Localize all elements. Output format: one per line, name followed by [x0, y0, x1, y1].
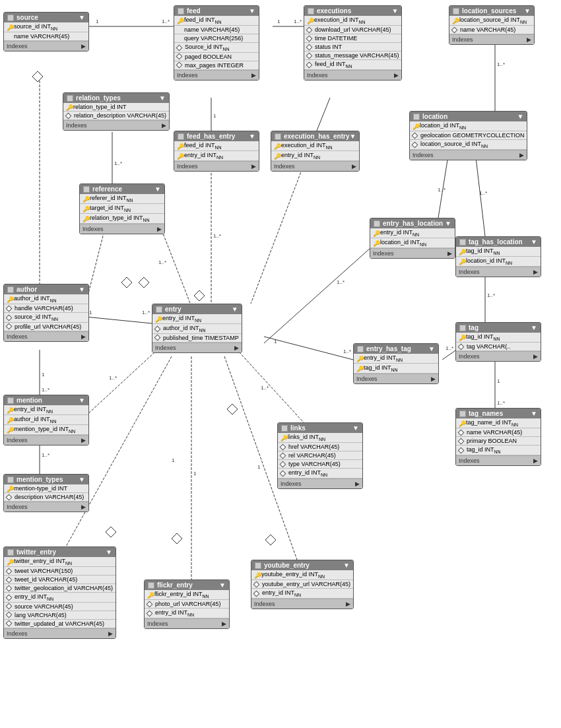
field-text: relation_description VARCHAR(45): [74, 112, 166, 119]
indexes-label: Indexes: [7, 333, 28, 340]
svg-text:1..*: 1..*: [42, 387, 50, 393]
table-row-youtube_entry-0: 🔑youtube_entry_id INTNN: [251, 570, 353, 580]
table-name-feed_has_entry: feed_has_entry: [187, 133, 235, 140]
table-row-location-2: location_source_id INTNN: [410, 140, 527, 150]
table-header-mention: mention▼: [4, 395, 88, 405]
field-text: execution_id INTNN: [281, 142, 333, 150]
svg-marker-58: [106, 527, 116, 537]
svg-text:1..*: 1..*: [337, 279, 345, 285]
key-icon: 🔑: [177, 153, 182, 158]
svg-line-46: [66, 356, 172, 546]
arrow-icon: ▶: [352, 163, 356, 170]
indexes-label: Indexes: [274, 163, 295, 170]
svg-text:1: 1: [172, 457, 175, 463]
table-row-execution_has_entry-1: 🔑entry_id INTNN: [271, 151, 359, 161]
field-text: source_id INTNN: [14, 23, 57, 31]
field-text: author_id INTNN: [14, 416, 57, 424]
diamond-icon: [6, 314, 13, 321]
svg-line-13: [251, 165, 304, 304]
indexes-label: Indexes: [459, 353, 480, 360]
table-header-execution_has_entry: execution_has_entry▼: [271, 131, 359, 141]
table-row-twitter_entry-4: entry_id INTNN: [4, 593, 116, 603]
table-row-author-0: 🔑author_id INTNN: [4, 294, 88, 304]
table-row-tag_names-3: tag_id INTNN: [456, 446, 541, 455]
table-name-entry_has_tag: entry_has_tag: [366, 345, 411, 352]
key-icon: 🔑: [82, 206, 88, 211]
table-entry_has_tag: entry_has_tag▼🔑entry_id INTNN🔑tag_id INT…: [353, 343, 439, 384]
svg-line-44: [231, 343, 304, 422]
field-text: twitter_updated_at VARCHAR(45): [15, 620, 104, 627]
field-text: status INT: [315, 44, 342, 50]
table-footer-youtube_entry: Indexes▶: [251, 599, 353, 609]
key-icon: 🔑: [356, 366, 362, 371]
table-row-execution_has_entry-0: 🔑execution_id INTNN: [271, 141, 359, 151]
svg-line-29: [264, 337, 353, 360]
diamond-icon: [280, 470, 286, 477]
svg-text:1: 1: [42, 372, 45, 378]
diamond-icon: [306, 52, 313, 59]
arrow-icon: ▶: [81, 437, 86, 444]
table-row-source-1: name VARCHAR(45): [4, 32, 88, 41]
erd-diagram: 1 1..* 1 1..* 1..* 1 1..* 1..* 1..* 1 1.…: [0, 0, 561, 728]
key-icon: 🔑: [7, 296, 12, 302]
key-icon: 🔑: [7, 417, 12, 422]
table-row-tag_has_location-0: 🔑tag_id INTNN: [456, 247, 541, 257]
svg-marker-53: [139, 277, 149, 288]
field-text: entry_id INTNN: [288, 469, 327, 477]
table-name-entry: entry: [165, 306, 181, 313]
table-row-twitter_entry-6: lang VARCHAR(45): [4, 611, 116, 620]
svg-marker-55: [32, 71, 43, 82]
table-row-twitter_entry-7: twitter_updated_at VARCHAR(45): [4, 620, 116, 628]
field-text: tweet_id VARCHAR(45): [15, 576, 77, 583]
svg-text:1..*: 1..*: [109, 375, 117, 381]
table-relation_types: relation_types▼🔑relation_type_id INTrela…: [63, 92, 170, 131]
field-text: tag_id INTNN: [467, 446, 501, 454]
field-text: source_id INTNN: [15, 314, 58, 321]
table-row-twitter_entry-1: tweet VARCHAR(150): [4, 567, 116, 576]
diamond-icon: [412, 141, 418, 148]
field-text: lang VARCHAR(45): [15, 612, 67, 618]
key-icon: 🔑: [307, 18, 312, 23]
table-footer-location: Indexes▶: [410, 150, 527, 160]
key-icon: 🔑: [7, 559, 12, 564]
diamond-icon: [280, 461, 286, 467]
table-name-feed: feed: [187, 7, 201, 15]
arrow-icon: ▶: [533, 353, 538, 360]
indexes-label: Indexes: [177, 72, 198, 79]
table-row-location_sources-0: 🔑location_source_id INTNN: [449, 16, 534, 26]
arrow-icon: ▶: [346, 601, 350, 607]
table-header-entry_has_tag: entry_has_tag▼: [354, 344, 438, 354]
key-icon: 🔑: [459, 249, 464, 254]
table-row-mention-1: 🔑author_id INTNN: [4, 415, 88, 425]
table-footer-flickr_entry: Indexes▶: [145, 618, 229, 628]
table-mention: mention▼🔑entry_id INTNN🔑author_id INTNN🔑…: [3, 395, 89, 446]
svg-text:1: 1: [89, 310, 92, 315]
table-footer-tag_has_location: Indexes▶: [456, 267, 541, 277]
table-row-feed_has_entry-1: 🔑entry_id INTNN: [174, 151, 259, 161]
diamond-icon: [458, 438, 465, 444]
table-header-entry: entry▼: [152, 304, 242, 314]
field-text: feed_id INTNN: [315, 61, 352, 69]
table-row-links-1: href VARCHAR(45): [278, 443, 362, 451]
field-text: twitter_geolocation_id VARCHAR(45): [15, 585, 113, 591]
arrow-icon: ▶: [519, 152, 524, 158]
field-text: name VARCHAR(45): [184, 26, 240, 33]
table-row-tag_names-2: primary BOOLEAN: [456, 437, 541, 446]
table-entry_has_location: entry_has_location▼🔑entry_id INTNN🔑locat…: [370, 218, 455, 259]
field-text: mention_type_id INTNN: [14, 426, 75, 434]
table-location_sources: location_sources▼🔑location_source_id INT…: [449, 5, 535, 45]
table-row-youtube_entry-2: entry_id INTNN: [251, 589, 353, 599]
table-row-feed-0: 🔑feed_id INTNN: [174, 16, 259, 26]
key-icon: 🔑: [356, 356, 362, 361]
field-text: links_id INTNN: [288, 434, 325, 442]
svg-marker-56: [227, 404, 238, 414]
diamond-icon: [154, 325, 161, 332]
table-flickr_entry: flickr_entry▼🔑flickr_entry_id INTNNphoto…: [144, 579, 230, 629]
arrow-icon: ▶: [251, 72, 256, 79]
diamond-icon: [6, 603, 13, 610]
table-row-executions-1: download_url VARCHAR(45): [304, 26, 401, 34]
diamond-icon: [6, 568, 13, 574]
diamond-icon: [6, 576, 13, 583]
svg-text:1..*: 1..*: [294, 18, 302, 24]
field-text: relation_type_id INT: [73, 104, 127, 110]
